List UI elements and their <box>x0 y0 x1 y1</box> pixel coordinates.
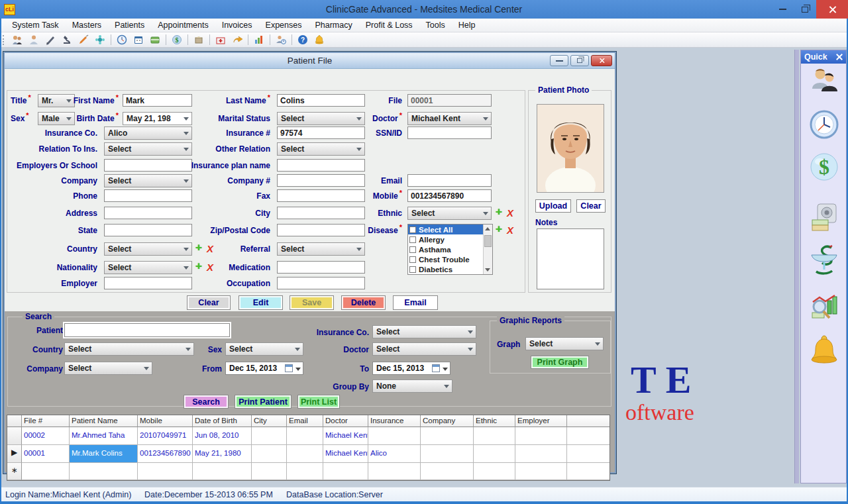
edit-button[interactable]: Edit <box>238 295 283 310</box>
disease-option[interactable]: Select All <box>408 225 492 234</box>
quick-panel-splitter[interactable] <box>794 50 799 483</box>
grid-header-email[interactable]: Email <box>287 415 323 427</box>
session-icon[interactable] <box>275 34 287 46</box>
billing-dollar-icon[interactable]: $ <box>810 151 839 183</box>
menu-help[interactable]: Help <box>452 19 482 31</box>
cell-empty[interactable] <box>252 463 287 480</box>
photo-clear-button[interactable]: Clear <box>576 199 606 213</box>
nationality-add-icon[interactable]: + <box>195 260 202 273</box>
cell-doctor[interactable]: Michael Kent <box>323 445 368 463</box>
print-patient-button[interactable]: Print Patient <box>235 395 292 409</box>
group-by-select[interactable]: None <box>372 379 452 393</box>
cell-company[interactable] <box>421 445 474 463</box>
checkbox-icon[interactable] <box>409 256 416 263</box>
inventory-icon[interactable] <box>193 34 205 46</box>
patients-icon[interactable] <box>810 66 839 98</box>
disease-listbox[interactable]: Select All Allergy Asthama Chest Trouble… <box>407 224 493 275</box>
grid-header-ethnic[interactable]: Ethnic <box>474 415 515 427</box>
country-select[interactable]: Select <box>104 242 192 256</box>
marital-status-select[interactable]: Select <box>277 112 365 125</box>
notes-textarea[interactable] <box>537 228 604 289</box>
pharmacy-bowl-icon[interactable] <box>810 244 839 276</box>
close-button[interactable] <box>816 0 848 19</box>
email-button[interactable]: Email <box>393 295 438 310</box>
search-doctor-select[interactable]: Select <box>372 342 476 356</box>
cell-empty[interactable] <box>138 463 193 480</box>
ethnic-select[interactable]: Select <box>407 207 492 220</box>
cell-city[interactable] <box>252 427 287 445</box>
ssn-input[interactable] <box>407 126 492 139</box>
disease-scrollbar[interactable] <box>483 225 492 274</box>
menu-system-task[interactable]: System Task <box>5 19 66 31</box>
cell-insurance[interactable]: Alico <box>368 445 421 463</box>
inner-close-button[interactable] <box>591 55 612 66</box>
grid-header-doctor[interactable]: Doctor <box>323 415 368 427</box>
first-name-input[interactable]: Mark <box>123 94 192 107</box>
cell-mobile[interactable]: 001234567890 <box>138 445 193 463</box>
restore-button[interactable] <box>794 0 816 19</box>
inner-restore-button[interactable] <box>570 55 589 66</box>
grid-header-employer[interactable]: Employer <box>515 415 567 427</box>
cell-employer[interactable] <box>515 445 567 463</box>
cell-empty[interactable] <box>474 463 515 480</box>
occupation-input[interactable] <box>277 277 365 289</box>
search-company-select[interactable]: Select <box>64 362 152 375</box>
calendar-icon[interactable] <box>132 34 144 46</box>
graph-select[interactable]: Select <box>525 337 604 350</box>
quick-close-icon[interactable] <box>836 54 843 60</box>
employer-input[interactable] <box>104 277 192 289</box>
cell-empty[interactable] <box>323 463 368 480</box>
cell-empty[interactable] <box>368 463 421 480</box>
cell-company[interactable] <box>421 427 474 445</box>
cell-empty[interactable] <box>421 463 474 480</box>
menu-patients[interactable]: Patients <box>108 19 151 31</box>
grid-header-dob[interactable]: Date of Birth <box>193 415 252 427</box>
appointments-icon[interactable] <box>116 34 128 46</box>
reminder-icon[interactable] <box>313 34 325 46</box>
scroll-thumb[interactable] <box>484 235 492 247</box>
checkbox-icon[interactable] <box>409 236 416 243</box>
grid-header-file[interactable]: File # <box>22 415 70 427</box>
insurance-plan-input[interactable] <box>277 159 365 172</box>
search-country-select[interactable]: Select <box>64 342 194 356</box>
reports-icon[interactable] <box>253 34 265 46</box>
last-name-input[interactable]: Colins <box>277 94 365 107</box>
country-add-icon[interactable]: + <box>195 241 202 254</box>
injection-icon[interactable] <box>78 34 89 46</box>
menu-expenses[interactable]: Expenses <box>259 19 309 31</box>
grid-header-mobile[interactable]: Mobile <box>138 415 193 427</box>
disease-delete-icon[interactable]: X <box>507 225 513 236</box>
zip-input[interactable] <box>277 224 365 236</box>
search-insurance-select[interactable]: Select <box>372 325 476 338</box>
ethnic-delete-icon[interactable]: X <box>507 207 513 219</box>
cell-empty[interactable] <box>22 463 70 480</box>
menu-tools[interactable]: Tools <box>419 19 452 31</box>
cell-city[interactable] <box>252 445 287 463</box>
email-input[interactable] <box>407 174 492 187</box>
cell-file[interactable]: 00001 <box>22 445 70 463</box>
current-row-marker[interactable]: ▶ <box>7 445 22 463</box>
disease-option[interactable]: Chest Trouble <box>408 254 492 264</box>
photo-upload-button[interactable]: Upload <box>535 199 571 213</box>
menu-invoices[interactable]: Invoices <box>215 19 259 31</box>
medication-input[interactable] <box>277 261 365 274</box>
print-list-button[interactable]: Print List <box>297 395 340 409</box>
lab-icon[interactable] <box>61 34 73 46</box>
prescription-icon[interactable] <box>44 34 56 46</box>
city-input[interactable] <box>277 207 365 219</box>
search-sex-select[interactable]: Select <box>225 342 303 356</box>
grid-header-city[interactable]: City <box>252 415 287 427</box>
birth-date-select[interactable]: May 21, 198 <box>123 112 192 125</box>
financial-analysis-icon[interactable] <box>810 291 839 323</box>
country-delete-icon[interactable]: X <box>207 243 213 254</box>
cell-empty[interactable] <box>193 463 252 480</box>
insurance-co-select[interactable]: Alico <box>104 126 192 140</box>
employers-or-school-input[interactable] <box>104 159 192 172</box>
insurance-num-input[interactable]: 97574 <box>277 126 365 139</box>
grid-header-insurance[interactable]: Insurance <box>368 415 421 427</box>
cell-employer[interactable] <box>515 427 567 445</box>
disease-option[interactable]: Allergy <box>408 234 492 244</box>
cell-email[interactable] <box>287 427 323 445</box>
phone-input[interactable] <box>104 189 192 202</box>
company-select[interactable]: Select <box>104 174 192 187</box>
